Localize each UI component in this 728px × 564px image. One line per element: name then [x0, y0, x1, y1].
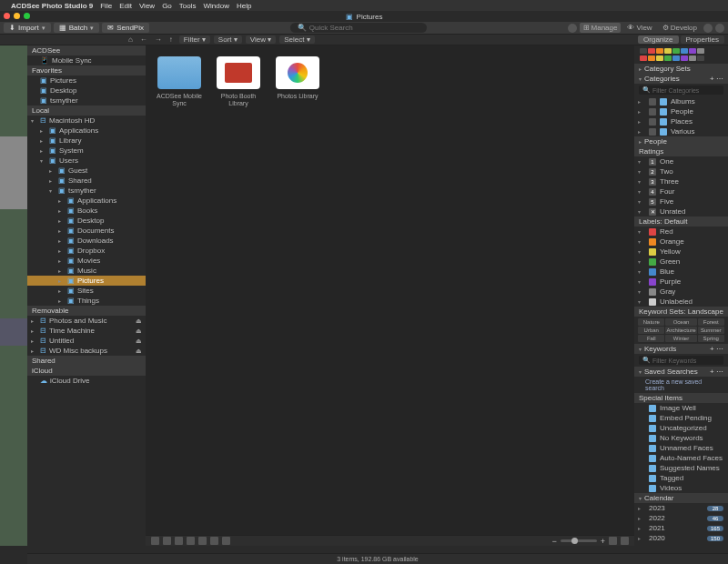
- rp-categories[interactable]: ▾Categories+ ⋯: [634, 74, 728, 84]
- special-uncategorized[interactable]: Uncategorized: [634, 423, 728, 433]
- special-embed-pending[interactable]: Embed Pending: [634, 413, 728, 423]
- keyword-cell[interactable]: Nature: [638, 318, 664, 326]
- up-icon[interactable]: ↑: [167, 35, 176, 44]
- sidebar-removable-wd-misc-backups[interactable]: ▸⊟WD Misc backups⏏: [27, 346, 146, 356]
- label-red[interactable]: ▾Red: [634, 227, 728, 237]
- sidebar-removable-untitled[interactable]: ▸⊟Untitled⏏: [27, 336, 146, 346]
- user-icon[interactable]: [568, 24, 577, 33]
- rating-unrated[interactable]: ▾✕Unrated: [634, 206, 728, 217]
- view-mode2-icon[interactable]: [621, 537, 629, 545]
- sort-dropdown[interactable]: Sort ▾: [214, 35, 242, 44]
- sidebar-item-applications[interactable]: ▸▣Applications: [27, 196, 146, 206]
- rp-ratings[interactable]: Ratings: [634, 146, 728, 156]
- calendar-year-2020[interactable]: ▸2020150: [634, 533, 728, 543]
- zoom-out-icon[interactable]: −: [551, 537, 556, 546]
- eject-icon[interactable]: ⏏: [136, 317, 142, 325]
- sendpix-button[interactable]: ✉ SendPix: [102, 23, 149, 33]
- category-various[interactable]: ▸Various: [634, 126, 728, 136]
- special-unnamed-faces[interactable]: Unnamed Faces: [634, 443, 728, 453]
- label-blue[interactable]: ▾Blue: [634, 267, 728, 277]
- category-people[interactable]: ▸People: [634, 106, 728, 116]
- keyword-cell[interactable]: Forest: [698, 318, 725, 326]
- sidebar-item-downloads[interactable]: ▸▣Downloads: [27, 236, 146, 246]
- rating-four[interactable]: ▾4Four: [634, 186, 728, 196]
- sync-icon[interactable]: [703, 24, 713, 33]
- tab-organize[interactable]: Organize: [638, 35, 678, 44]
- search-input[interactable]: 🔍 Quick Search: [290, 23, 427, 33]
- rating-two[interactable]: ▾2Two: [634, 166, 728, 176]
- sidebar-item-library[interactable]: ▸▣Library: [27, 136, 146, 146]
- minimize-icon[interactable]: [14, 13, 20, 19]
- calendar-year-2022[interactable]: ▸202246: [634, 513, 728, 523]
- sidebar-item-desktop[interactable]: ▸▣Desktop: [27, 216, 146, 226]
- rp-labels[interactable]: Labels: Default: [634, 217, 728, 227]
- sidebar-item-movies[interactable]: ▸▣Movies: [27, 256, 146, 266]
- label-orange[interactable]: ▾Orange: [634, 237, 728, 247]
- special-videos[interactable]: Videos: [634, 483, 728, 493]
- rating-three[interactable]: ▾3Three: [634, 176, 728, 186]
- mode-develop[interactable]: ⚙ Develop: [659, 23, 701, 33]
- label-gray[interactable]: ▾Gray: [634, 287, 728, 297]
- category-places[interactable]: ▸Places: [634, 116, 728, 126]
- sidebar-item-documents[interactable]: ▸▣Documents: [27, 226, 146, 236]
- sidebar-item-macintosh-hd[interactable]: ▾⊟Macintosh HD: [27, 116, 146, 126]
- menu-edit[interactable]: Edit: [119, 2, 132, 10]
- keyword-cell[interactable]: Spring: [698, 335, 725, 342]
- sidebar-item-guest[interactable]: ▸▣Guest: [27, 166, 146, 176]
- sidebar-item-things[interactable]: ▸▣Things: [27, 296, 146, 306]
- label-green[interactable]: ▾Green: [634, 257, 728, 267]
- label-purple[interactable]: ▾Purple: [634, 277, 728, 287]
- special-tagged[interactable]: Tagged: [634, 473, 728, 483]
- add-icon[interactable]: + ⋯: [710, 75, 723, 83]
- sidebar-removable-photos-and-music[interactable]: ▸⊟Photos and Music⏏: [27, 316, 146, 326]
- keyword-cell[interactable]: Urban: [638, 327, 664, 334]
- rotate-right-icon[interactable]: [175, 537, 183, 545]
- sidebar-item-pictures[interactable]: ▸▣Pictures: [27, 276, 146, 286]
- sidebar-item-shared[interactable]: ▸▣Shared: [27, 176, 146, 186]
- filter-keywords-input[interactable]: 🔍 Filter Keywords: [639, 356, 723, 365]
- menu-window[interactable]: Window: [203, 2, 228, 10]
- rp-saved-searches[interactable]: ▾Saved Searches+ ⋯: [634, 367, 728, 377]
- rp-people[interactable]: ▸People: [634, 136, 728, 146]
- special-auto-named-faces[interactable]: Auto-Named Faces: [634, 453, 728, 463]
- sidebar-fav-pictures[interactable]: ▣Pictures: [27, 76, 146, 86]
- sidebar-item-applications[interactable]: ▸▣Applications: [27, 126, 146, 136]
- add-icon[interactable]: + ⋯: [710, 345, 723, 353]
- message-icon[interactable]: [715, 24, 724, 33]
- special-suggested-names[interactable]: Suggested Names: [634, 463, 728, 473]
- filter-dropdown[interactable]: Filter ▾: [179, 35, 210, 44]
- rating-one[interactable]: ▾1One: [634, 156, 728, 166]
- menu-view[interactable]: View: [139, 2, 155, 10]
- sidebar-item-sites[interactable]: ▸▣Sites: [27, 286, 146, 296]
- label-unlabeled[interactable]: ▾Unlabeled: [634, 297, 728, 307]
- create-saved-search-link[interactable]: Create a new saved search: [634, 377, 728, 393]
- calendar-year-2023[interactable]: ▸202328: [634, 503, 728, 513]
- eject-icon[interactable]: ⏏: [136, 347, 142, 355]
- mode-view[interactable]: 👁 View: [623, 23, 655, 33]
- label-yellow[interactable]: ▾Yellow: [634, 247, 728, 257]
- sidebar-fav-user[interactable]: ▣tsmyther: [27, 96, 146, 106]
- mode-manage[interactable]: ⊞ Manage: [580, 23, 622, 33]
- trash-icon[interactable]: [222, 537, 230, 545]
- category-albums[interactable]: ▸Albums: [634, 96, 728, 106]
- view-dropdown[interactable]: View ▾: [246, 35, 276, 44]
- close-icon[interactable]: [4, 13, 10, 19]
- thumb-photo-booth[interactable]: Photo Booth Library: [216, 56, 261, 106]
- rp-kwsets[interactable]: Keyword Sets: Landscape: [634, 307, 728, 317]
- calendar-year-2021[interactable]: ▸2021165: [634, 523, 728, 533]
- rp-category-sets[interactable]: ▸Category Sets: [634, 64, 728, 74]
- add-icon[interactable]: + ⋯: [710, 368, 723, 376]
- rp-special-items[interactable]: Special Items: [634, 393, 728, 403]
- zoom-slider[interactable]: [561, 539, 597, 542]
- import-button[interactable]: ⬇ Import▾: [4, 23, 51, 33]
- sidebar-item-music[interactable]: ▸▣Music: [27, 266, 146, 276]
- sidebar-item-users[interactable]: ▾▣Users: [27, 156, 146, 166]
- thumb-photos-library[interactable]: Photos Library: [275, 56, 320, 100]
- sidebar-removable-time-machine[interactable]: ▸⊟Time Machine⏏: [27, 326, 146, 336]
- special-no-keywords[interactable]: No Keywords: [634, 433, 728, 443]
- batch-button[interactable]: ▦ Batch▾: [54, 23, 99, 33]
- keyword-cell[interactable]: Ocean: [665, 318, 696, 326]
- external-icon[interactable]: [151, 537, 159, 545]
- sidebar-item-tsmyther[interactable]: ▾▣tsmyther: [27, 186, 146, 196]
- zoom-icon[interactable]: [24, 13, 30, 19]
